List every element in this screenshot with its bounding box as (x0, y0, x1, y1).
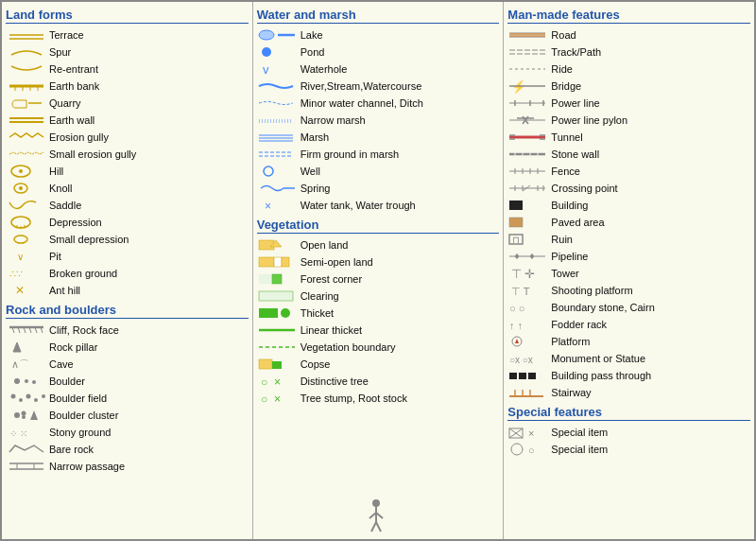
list-item: Earth wall (6, 113, 249, 128)
linearthicket-symbol (257, 323, 299, 337)
distinctivetree-symbol: ○ × (257, 374, 299, 389)
lake-symbol (257, 28, 299, 42)
section-title-water: Water and marsh (257, 8, 500, 24)
list-item: Crossing point (507, 181, 750, 196)
list-item: ○ ○ Boundary stone, Cairn (507, 300, 750, 315)
column-3: Man-made features Road Track/Path (504, 2, 754, 539)
list-item: ○ × Distinctive tree (257, 374, 500, 389)
list-item: × Water tank, Water trough (257, 198, 500, 213)
smalldepression-label: Small depression (49, 234, 129, 245)
terrace-label: Terrace (49, 29, 84, 41)
stonyground-label: Stony ground (49, 427, 111, 438)
list-item: Marsh (257, 130, 500, 145)
powerline-symbol (507, 96, 549, 110)
copse-label: Copse (301, 358, 331, 370)
boulderfield-label: Boulder field (49, 393, 107, 404)
semiopenland-label: Semi-open land (301, 256, 373, 268)
list-item: ○ Special item (507, 442, 750, 457)
well-label: Well (301, 166, 320, 177)
svg-text:×: × (528, 428, 534, 439)
list-item: Vegetation boundary (257, 340, 500, 355)
svg-point-39 (26, 394, 31, 399)
svg-text:×: × (274, 375, 281, 389)
svg-text:○: ○ (261, 375, 267, 389)
fodderrack-symbol: ↑ ↑ (507, 318, 549, 331)
svg-point-154 (511, 444, 523, 455)
linearthicket-label: Linear thicket (301, 324, 362, 336)
list-item: Building pass through (507, 368, 750, 383)
terrace-symbol (6, 28, 47, 42)
list-item: v Waterhole (257, 61, 500, 77)
boulderfield-symbol (6, 392, 47, 405)
cave-symbol: ∧⌒ (6, 358, 47, 371)
ruin-label: Ruin (551, 234, 573, 245)
list-item: Power line pylon (507, 113, 750, 128)
hill-symbol (6, 165, 47, 178)
list-item: Well (257, 164, 500, 179)
svg-marker-141 (515, 339, 519, 343)
smallerosiongully-symbol (6, 148, 47, 161)
svg-point-53 (262, 47, 271, 57)
specialitem1-symbol: × (507, 426, 549, 439)
svg-text:∧⌒: ∧⌒ (11, 358, 29, 370)
buildingpassthrough-symbol (507, 369, 549, 382)
depression-symbol (6, 216, 47, 229)
smalldepression-symbol (6, 233, 47, 246)
list-item: Spring (257, 181, 500, 196)
list-item: ∴∵ Broken ground (6, 266, 249, 281)
bridge-symbol: ⚡ (507, 79, 549, 93)
svg-text:○: ○ (528, 445, 535, 456)
svg-point-62 (264, 166, 273, 176)
svg-point-11 (19, 169, 23, 173)
svg-point-44 (22, 415, 26, 419)
pipeline-label: Pipeline (551, 251, 588, 262)
powerlinepylon-symbol (507, 113, 549, 127)
svg-rect-72 (259, 291, 293, 301)
marsh-label: Marsh (301, 131, 330, 143)
quarry-symbol (6, 96, 47, 110)
section-title-special: Special features (507, 405, 750, 421)
saddle-label: Saddle (49, 200, 81, 211)
svg-text:⁘ ⁙: ⁘ ⁙ (9, 428, 27, 439)
section-title-manmade: Man-made features (507, 8, 750, 24)
reentrant-symbol (6, 62, 47, 76)
list-item: ⁘ ⁙ Stony ground (6, 425, 249, 440)
svg-point-42 (14, 412, 20, 418)
pavedarea-label: Paved area (551, 217, 604, 228)
list-item: Stairway (507, 385, 750, 400)
svg-line-86 (376, 513, 383, 518)
forestcorner-label: Forest corner (301, 273, 362, 285)
svg-text:○x ○x: ○x ○x (509, 355, 533, 365)
watertank-symbol: × (257, 199, 299, 212)
barerock-label: Bare rock (49, 444, 94, 455)
main-container: Land forms Terrace Spur Re-entrant (0, 0, 756, 541)
svg-point-36 (32, 380, 36, 384)
svg-text:✕: ✕ (15, 284, 25, 297)
list-item: ⊓ Ruin (507, 232, 750, 247)
knoll-label: Knoll (49, 183, 72, 194)
section-title-rock: Rock and boulders (6, 303, 249, 319)
svg-point-40 (34, 398, 38, 402)
brokenground-symbol: ∴∵ (6, 267, 47, 280)
svg-point-51 (259, 30, 274, 40)
list-item: Ride (507, 61, 750, 77)
svg-rect-145 (528, 373, 536, 379)
svg-rect-143 (509, 373, 517, 379)
earthwall-label: Earth wall (49, 114, 94, 126)
stonyground-symbol: ⁘ ⁙ (6, 426, 47, 439)
ride-label: Ride (551, 63, 573, 75)
list-item: Minor water channel, Ditch (257, 96, 500, 111)
narrowpassage-symbol (6, 460, 47, 473)
ruin-symbol: ⊓ (507, 232, 549, 247)
svg-rect-91 (509, 33, 545, 37)
svg-rect-78 (272, 361, 282, 369)
list-item: Quarry (6, 96, 249, 111)
list-item: ○ × Tree stump, Root stock (257, 391, 500, 406)
list-item: River,Stream,Watercourse (257, 79, 500, 94)
spur-label: Spur (49, 46, 71, 58)
list-item: Bare rock (6, 442, 249, 457)
trackpath-label: Track/Path (551, 46, 601, 58)
spring-label: Spring (301, 183, 331, 194)
list-item: Open land (257, 237, 500, 253)
list-item: Lake (257, 27, 500, 43)
